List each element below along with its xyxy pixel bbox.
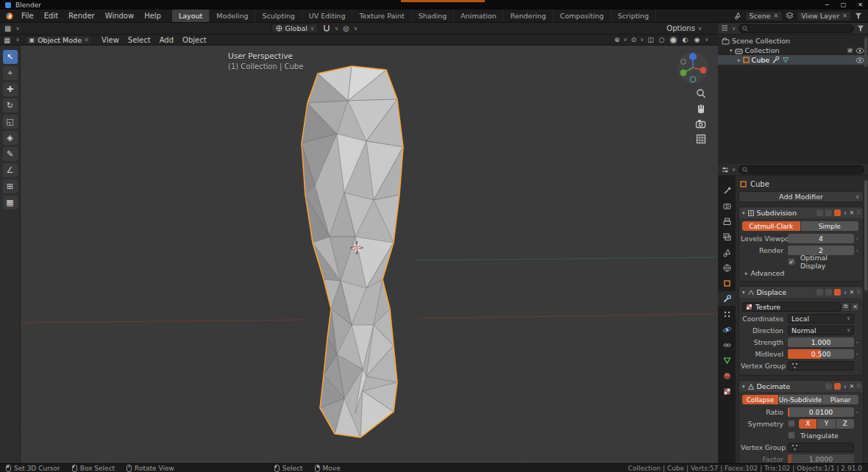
workspace-tab-modeling[interactable]: Modeling — [210, 10, 255, 22]
displace-render-toggle-icon[interactable] — [834, 289, 841, 296]
workspace-tab-uv-editing[interactable]: UV Editing — [302, 10, 353, 22]
planar-button[interactable]: Planar — [822, 395, 858, 404]
subdivision-realtime-toggle-icon[interactable] — [825, 210, 832, 216]
menu-object[interactable]: Object — [179, 36, 210, 44]
tool-annotate[interactable]: ✎ — [3, 147, 18, 161]
tab-view-layer[interactable] — [718, 229, 736, 244]
menu-render[interactable]: Render — [63, 10, 100, 22]
gizmo-chevron-icon[interactable]: ∨ — [624, 37, 627, 43]
subdivision-extras-icon[interactable]: ∨ — [843, 210, 847, 216]
tool-transform[interactable]: ◈ — [3, 131, 18, 145]
menu-help[interactable]: Help — [139, 10, 166, 22]
tool-move[interactable]: ✚ — [3, 82, 18, 96]
tab-particles[interactable] — [718, 307, 736, 321]
transform-orientation-dropdown[interactable]: Global ∨ — [271, 24, 319, 33]
symmetry-checkbox[interactable]: ✓ — [788, 420, 795, 427]
proportional-chevron-icon[interactable]: ∨ — [354, 26, 357, 32]
cube-expand-icon[interactable]: ▸ — [738, 57, 741, 63]
workspace-tab-shading[interactable]: Shading — [412, 10, 455, 22]
workspace-tab-animation[interactable]: Animation — [454, 10, 503, 22]
render-levels-field[interactable]: 2 — [788, 246, 854, 255]
collapse-button[interactable]: Collapse — [742, 395, 778, 404]
workspace-tab-texture-paint[interactable]: Texture Paint — [352, 10, 411, 22]
maximize-button[interactable]: ▢ — [841, 1, 847, 8]
displace-vertex-group-field[interactable] — [788, 361, 854, 371]
ratio-decorator-icon[interactable]: • — [854, 410, 860, 415]
subdivision-editmode-toggle-icon[interactable] — [817, 210, 823, 216]
workspace-tab-rendering[interactable]: Rendering — [504, 10, 554, 22]
zoom-icon[interactable] — [696, 88, 706, 99]
outliner-scrollbar[interactable] — [864, 37, 867, 67]
mode-dropdown[interactable]: ▣ Object Mode ∨ — [25, 35, 93, 45]
view-layer-unlink-icon[interactable]: ✕ — [842, 12, 847, 19]
minimize-button[interactable]: ─ — [825, 1, 829, 8]
cube-visibility-eye-icon[interactable] — [855, 57, 864, 63]
subdivision-close-icon[interactable]: ✕ — [849, 210, 854, 216]
collection-expand-icon[interactable]: ▾ — [730, 48, 733, 54]
decimate-expand-icon[interactable]: ▾ — [742, 384, 745, 390]
displace-drag-handle-icon[interactable]: ⠿ — [856, 289, 860, 296]
tab-render[interactable] — [718, 199, 736, 213]
properties-search-input[interactable] — [739, 165, 864, 174]
direction-dropdown[interactable]: Normal∨ — [788, 326, 854, 335]
levels-viewport-field[interactable]: 4 — [788, 234, 854, 243]
strength-decorator-icon[interactable]: • — [854, 340, 860, 345]
symmetry-y-button[interactable]: Y — [817, 419, 835, 429]
tool-cursor[interactable]: ⌖ — [3, 66, 18, 80]
snap-magnet-icon[interactable] — [323, 24, 330, 32]
unsubdivide-button[interactable]: Un-Subdivide — [779, 395, 822, 404]
menu-file[interactable]: File — [16, 10, 39, 22]
tab-constraints[interactable] — [718, 337, 736, 352]
texture-unlink-button[interactable]: ✕ — [850, 302, 860, 312]
add-modifier-button[interactable]: Add Modifier ∨ — [739, 191, 864, 202]
tab-scene[interactable] — [718, 245, 736, 260]
menu-view[interactable]: View — [98, 36, 123, 44]
outliner-row-scene-collection[interactable]: Scene Collection — [718, 36, 868, 46]
camera-view-icon[interactable] — [695, 119, 706, 129]
pan-hand-icon[interactable] — [696, 104, 706, 114]
tool-extra[interactable]: ▦ — [3, 196, 18, 210]
scene-unlink-icon[interactable]: ✕ — [774, 12, 779, 19]
xray-toggle-icon[interactable]: ◫ — [647, 36, 654, 43]
shading-chevron-icon[interactable]: ∨ — [705, 37, 708, 43]
tool-select-box[interactable]: ↖ — [3, 50, 18, 64]
displace-expand-icon[interactable]: ▾ — [742, 290, 745, 296]
decimate-header[interactable]: ▾ Decimate ∨ ✕ ⠿ — [739, 381, 863, 392]
shading-material-icon[interactable]: ◐ — [681, 36, 689, 44]
displace-close-icon[interactable]: ✕ — [849, 289, 854, 296]
displace-editmode-toggle-icon[interactable] — [817, 289, 823, 296]
overlays-chevron-icon[interactable]: ∨ — [640, 37, 644, 43]
viewport-3d[interactable]: User Perspective (1) Collection | Cube — [21, 46, 718, 463]
menu-add[interactable]: Add — [156, 36, 177, 44]
overlays-toggle-icon[interactable]: ⊙ — [631, 36, 637, 43]
tool-add-cube[interactable]: ⊞ — [3, 179, 18, 193]
viewport-editor-chevron-icon[interactable]: ∨ — [15, 37, 19, 43]
decimate-v极ertex-group-field[interactable] — [788, 443, 854, 452]
decimate-render-toggle-icon[interactable] — [834, 383, 841, 390]
filter-icon[interactable] — [855, 12, 862, 20]
decimate-extras-icon[interactable]: ∨ — [843, 384, 847, 390]
decimate-close-icon[interactable]: ✕ — [849, 383, 854, 390]
tab-physics[interactable] — [718, 322, 736, 337]
subdivision-header[interactable]: ▾ Subdivision ∨ ✕ ⠿ — [739, 207, 863, 218]
displace-header[interactable]: ▾ Displace ∨ ✕ ⠿ — [739, 287, 863, 298]
subdivision-drag-handle-icon[interactable]: ⠿ — [856, 210, 860, 216]
gizmo-toggle-icon[interactable]: ⊕ — [614, 36, 620, 43]
workspace-tab-scripting[interactable]: Scripting — [611, 10, 656, 22]
outliner-row-cube[interactable]: ▸ Cube — [718, 55, 868, 65]
editor-type-icon[interactable]: ▦ — [4, 24, 11, 32]
tool-measure[interactable]: ∠ — [3, 163, 18, 177]
snap-chevron-icon[interactable]: ∨ — [335, 26, 338, 32]
properties-scrollbar[interactable] — [864, 180, 867, 290]
catmull-clark-button[interactable]: Catmull-Clark — [742, 221, 800, 231]
midlevel-slider[interactable]: 0.500 — [788, 349, 854, 359]
outliner-row-collection[interactable]: ▾ Collection — [718, 46, 868, 55]
tool-scale[interactable]: ◱ — [3, 115, 18, 129]
decimate-drag-handle-icon[interactable]: ⠿ — [856, 383, 860, 390]
optimal-display-checkbox[interactable]: ✓ — [788, 258, 795, 265]
close-button[interactable]: ✕ — [858, 1, 863, 8]
outliner-search-input[interactable] — [739, 24, 854, 33]
navigation-gizmo[interactable] — [677, 51, 709, 84]
editor-type-chevron-icon[interactable]: ∨ — [15, 26, 19, 32]
outliner-editor-chevron-icon[interactable]: ∨ — [732, 26, 736, 32]
